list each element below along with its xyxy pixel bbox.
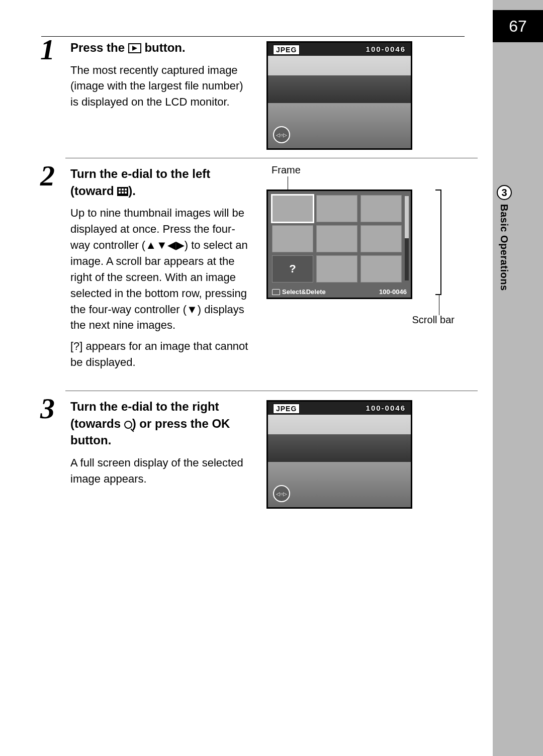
- divider-1: [65, 158, 478, 158]
- select-delete-label: Select&Delete: [272, 288, 326, 296]
- lcd3-file-number: 100-0046: [366, 404, 406, 414]
- lcd-thumbnail-grid: ? Select&Delete 100-0046: [266, 190, 412, 299]
- thumbnail-grid-icon: [117, 187, 128, 196]
- thumb-3: [360, 195, 402, 222]
- step-2: 2 Turn the e-dial to the left (toward ).…: [40, 165, 478, 375]
- scrollbar-annotation: Scroll bar: [412, 314, 455, 326]
- manual-page: 67 3 Basic Operations 1 Press the button…: [0, 0, 543, 756]
- grid-scrollbar-track: [405, 196, 409, 280]
- thumb-1-selected: [272, 195, 313, 222]
- content-area: 1 Press the button. The most recently ca…: [40, 30, 478, 514]
- section-label: Basic Operations: [497, 204, 510, 315]
- thumb-2: [316, 195, 357, 222]
- step-2-title-after: ).: [128, 184, 136, 198]
- lcd3-format: JPEG: [273, 404, 300, 414]
- step-number-3: 3: [40, 394, 55, 423]
- ok-button-label: OK: [212, 417, 230, 430]
- thumb-7-unknown: ?: [272, 255, 313, 282]
- thumb-9: [360, 255, 402, 282]
- thumb-8: [316, 255, 357, 282]
- step-1-body: The most recently captured image (image …: [70, 62, 251, 111]
- step-1: 1 Press the button. The most recently ca…: [40, 39, 478, 150]
- step-1-title: Press the button.: [70, 39, 251, 56]
- grid-file-number: 100-0046: [379, 288, 407, 296]
- section-label-text: Basic Operations: [499, 204, 510, 291]
- lcd1-file-number: 100-0046: [366, 45, 406, 55]
- step-1-figure: JPEG 100-0046: [266, 39, 432, 150]
- step-2-body-2: [?] appears for an image that cannot be …: [70, 338, 251, 370]
- frame-pointer: [288, 176, 288, 190]
- page-number-text: 67: [509, 17, 527, 36]
- section-number-circle: 3: [497, 185, 512, 200]
- step-2-title-before: Turn the e-dial to the left (toward: [70, 167, 210, 198]
- scroll-pointer: [439, 295, 439, 315]
- page-number: 67: [493, 10, 543, 42]
- divider-2: [65, 391, 478, 391]
- magnify-icon: [124, 421, 132, 429]
- nav-indicator-icon: [273, 126, 290, 143]
- nav-indicator-icon-3: [273, 485, 290, 502]
- frame-annotation: Frame: [272, 164, 301, 176]
- thumb-6: [360, 225, 402, 252]
- step-number-2: 2: [40, 161, 55, 191]
- playback-icon: [128, 43, 141, 53]
- thumb-5: [316, 225, 357, 252]
- step-1-text-col: Press the button. The most recently capt…: [40, 39, 251, 150]
- step-3: 3 Turn the e-dial to the right (towards …: [40, 398, 478, 509]
- step-1-title-after: button.: [144, 41, 185, 54]
- step-2-text-col: Turn the e-dial to the left (toward ). U…: [40, 165, 251, 375]
- step-2-body-1: Up to nine thumbnail images will be disp…: [70, 205, 251, 333]
- step-3-figure: JPEG 100-0046: [266, 398, 432, 509]
- lcd1-format: JPEG: [273, 45, 300, 55]
- question-mark: ?: [289, 262, 296, 275]
- section-number: 3: [501, 187, 507, 199]
- step-1-title-before: Press the: [70, 41, 128, 54]
- step-number-1: 1: [40, 35, 55, 64]
- lcd-preview-1: JPEG 100-0046: [266, 41, 412, 150]
- step-2-figure: Frame ?: [266, 165, 432, 375]
- trash-icon: [272, 289, 280, 295]
- step-3-body: A full screen display of the selected im…: [70, 455, 251, 487]
- scrollbar-bracket: [435, 190, 441, 295]
- grid-scrollbar-thumb: [405, 196, 409, 238]
- select-delete-text: Select&Delete: [282, 288, 326, 296]
- lcd-preview-3: JPEG 100-0046: [266, 400, 412, 509]
- thumb-4: [272, 225, 313, 252]
- step-3-title-after: button.: [70, 433, 111, 447]
- step-3-title: Turn the e-dial to the right (towards ) …: [70, 398, 251, 449]
- side-margin-bar: [493, 0, 543, 756]
- step-2-title: Turn the e-dial to the left (toward ).: [70, 165, 251, 199]
- step-3-text-col: Turn the e-dial to the right (towards ) …: [40, 398, 251, 509]
- step-3-title-mid: ) or press the: [132, 417, 212, 430]
